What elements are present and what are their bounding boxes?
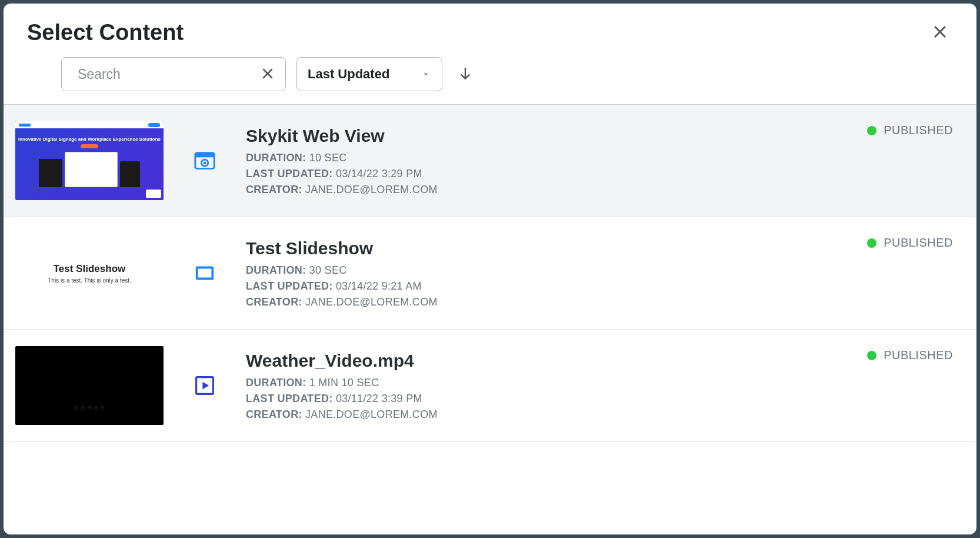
- status-badge: PUBLISHED: [867, 348, 953, 362]
- status-text: PUBLISHED: [884, 236, 953, 250]
- search-icon: [70, 67, 71, 82]
- thumbnail: Innovative Digital Signage and Workplace…: [15, 121, 164, 200]
- toolbar: Last Updated: [4, 57, 976, 105]
- arrow-down-icon: [458, 66, 473, 81]
- sort-direction-button[interactable]: [453, 61, 478, 88]
- close-icon: [932, 24, 948, 40]
- item-duration: DURATION: 10 SEC: [246, 152, 838, 164]
- search-input[interactable]: [78, 67, 251, 82]
- thumbnail-title: Test Slideshow: [54, 263, 126, 275]
- item-details: Skykit Web View DURATION: 10 SEC LAST UP…: [246, 126, 838, 196]
- search-clear-button[interactable]: [258, 64, 277, 85]
- thumbnail-text: Innovative Digital Signage and Workplace…: [18, 137, 161, 142]
- content-list[interactable]: Innovative Digital Signage and Workplace…: [4, 105, 976, 534]
- list-item[interactable]: · · · · · Weather_Video.mp4 DURATION: 1 …: [4, 330, 976, 442]
- item-duration: DURATION: 30 SEC: [246, 264, 838, 277]
- slideshow-icon: [193, 261, 216, 285]
- svg-point-10: [204, 161, 206, 164]
- sort-dropdown[interactable]: Last Updated: [296, 57, 442, 91]
- modal-title: Select Content: [27, 20, 184, 45]
- status-dot-icon: [867, 351, 876, 360]
- video-icon: [193, 374, 216, 397]
- list-item[interactable]: Innovative Digital Signage and Workplace…: [4, 105, 976, 217]
- thumbnail: · · · · ·: [15, 346, 164, 425]
- status-dot-icon: [867, 238, 876, 248]
- item-title: Test Slideshow: [246, 238, 838, 258]
- item-duration: DURATION: 1 MIN 10 SEC: [246, 377, 838, 389]
- close-icon: [261, 67, 275, 81]
- list-item[interactable]: Test Slideshow This is a test. This is o…: [4, 217, 976, 330]
- item-details: Test Slideshow DURATION: 30 SEC LAST UPD…: [246, 238, 838, 308]
- modal-header: Select Content: [4, 4, 976, 57]
- item-details: Weather_Video.mp4 DURATION: 1 MIN 10 SEC…: [246, 351, 838, 421]
- status-text: PUBLISHED: [884, 124, 953, 137]
- item-creator: CREATOR: JANE.DOE@LOREM.COM: [246, 409, 838, 421]
- status-dot-icon: [867, 126, 876, 135]
- close-button[interactable]: [927, 19, 953, 47]
- search-field[interactable]: [61, 57, 286, 91]
- item-title: Weather_Video.mp4: [246, 351, 838, 371]
- status-text: PUBLISHED: [884, 348, 953, 362]
- item-last-updated: LAST UPDATED: 03/11/22 3:39 PM: [246, 393, 838, 405]
- item-last-updated: LAST UPDATED: 03/14/22 9:21 AM: [246, 280, 838, 293]
- chevron-down-icon: [421, 69, 431, 79]
- sort-label: Last Updated: [308, 67, 389, 82]
- item-last-updated: LAST UPDATED: 03/14/22 3:29 PM: [246, 168, 838, 180]
- svg-rect-8: [195, 153, 214, 158]
- status-badge: PUBLISHED: [867, 236, 953, 250]
- thumbnail: Test Slideshow This is a test. This is o…: [15, 234, 164, 313]
- thumbnail-subtitle: This is a test. This is only a test.: [48, 277, 131, 284]
- svg-rect-12: [198, 268, 212, 277]
- status-badge: PUBLISHED: [867, 124, 953, 137]
- select-content-modal: Select Content Last Updated: [4, 4, 976, 534]
- webview-icon: [193, 149, 216, 172]
- item-creator: CREATOR: JANE.DOE@LOREM.COM: [246, 296, 838, 308]
- item-title: Skykit Web View: [246, 126, 838, 146]
- item-creator: CREATOR: JANE.DOE@LOREM.COM: [246, 184, 838, 196]
